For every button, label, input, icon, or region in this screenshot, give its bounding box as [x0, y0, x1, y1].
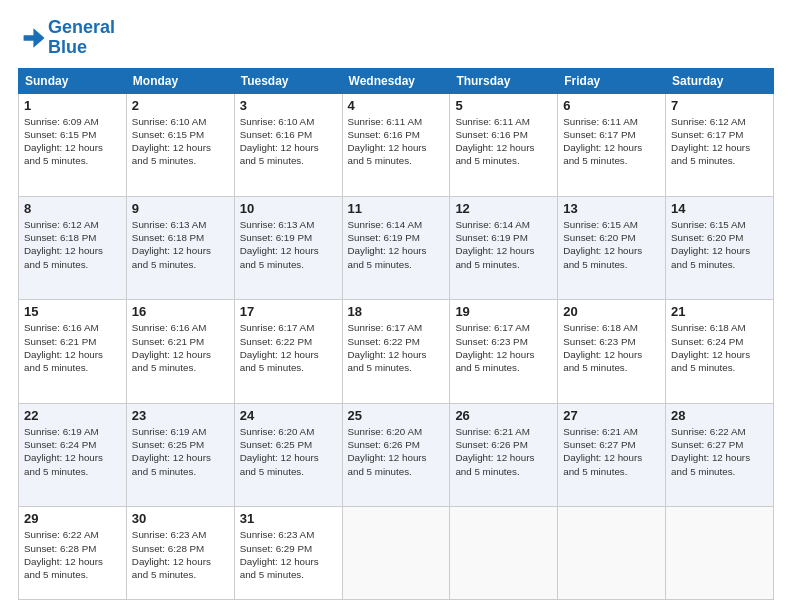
day-number: 16 [132, 304, 229, 319]
calendar-cell: 13 Sunrise: 6:15 AM Sunset: 6:20 PM Dayl… [558, 197, 666, 300]
calendar-cell: 10 Sunrise: 6:13 AM Sunset: 6:19 PM Dayl… [234, 197, 342, 300]
day-number: 17 [240, 304, 337, 319]
calendar-cell: 12 Sunrise: 6:14 AM Sunset: 6:19 PM Dayl… [450, 197, 558, 300]
day-info: Sunrise: 6:14 AM Sunset: 6:19 PM Dayligh… [455, 218, 552, 271]
day-info: Sunrise: 6:11 AM Sunset: 6:17 PM Dayligh… [563, 115, 660, 168]
calendar-cell: 19 Sunrise: 6:17 AM Sunset: 6:23 PM Dayl… [450, 300, 558, 403]
calendar-cell: 30 Sunrise: 6:23 AM Sunset: 6:28 PM Dayl… [126, 507, 234, 600]
day-number: 15 [24, 304, 121, 319]
day-info: Sunrise: 6:16 AM Sunset: 6:21 PM Dayligh… [24, 321, 121, 374]
day-info: Sunrise: 6:11 AM Sunset: 6:16 PM Dayligh… [348, 115, 445, 168]
logo-icon [18, 24, 46, 52]
calendar-week-row: 1 Sunrise: 6:09 AM Sunset: 6:15 PM Dayli… [19, 93, 774, 196]
calendar-cell: 26 Sunrise: 6:21 AM Sunset: 6:26 PM Dayl… [450, 403, 558, 506]
day-info: Sunrise: 6:20 AM Sunset: 6:26 PM Dayligh… [348, 425, 445, 478]
day-number: 11 [348, 201, 445, 216]
calendar-cell: 6 Sunrise: 6:11 AM Sunset: 6:17 PM Dayli… [558, 93, 666, 196]
day-number: 7 [671, 98, 768, 113]
calendar-cell: 27 Sunrise: 6:21 AM Sunset: 6:27 PM Dayl… [558, 403, 666, 506]
calendar-cell [558, 507, 666, 600]
calendar-cell: 2 Sunrise: 6:10 AM Sunset: 6:15 PM Dayli… [126, 93, 234, 196]
weekday-header: Wednesday [342, 68, 450, 93]
day-number: 2 [132, 98, 229, 113]
day-info: Sunrise: 6:15 AM Sunset: 6:20 PM Dayligh… [563, 218, 660, 271]
day-number: 1 [24, 98, 121, 113]
page: General Blue SundayMondayTuesdayWednesda… [0, 0, 792, 612]
calendar-cell: 11 Sunrise: 6:14 AM Sunset: 6:19 PM Dayl… [342, 197, 450, 300]
calendar-cell: 23 Sunrise: 6:19 AM Sunset: 6:25 PM Dayl… [126, 403, 234, 506]
calendar-week-row: 15 Sunrise: 6:16 AM Sunset: 6:21 PM Dayl… [19, 300, 774, 403]
day-info: Sunrise: 6:09 AM Sunset: 6:15 PM Dayligh… [24, 115, 121, 168]
weekday-header: Saturday [666, 68, 774, 93]
calendar-cell: 16 Sunrise: 6:16 AM Sunset: 6:21 PM Dayl… [126, 300, 234, 403]
day-number: 19 [455, 304, 552, 319]
day-number: 8 [24, 201, 121, 216]
calendar-cell: 28 Sunrise: 6:22 AM Sunset: 6:27 PM Dayl… [666, 403, 774, 506]
day-number: 20 [563, 304, 660, 319]
day-info: Sunrise: 6:15 AM Sunset: 6:20 PM Dayligh… [671, 218, 768, 271]
day-info: Sunrise: 6:14 AM Sunset: 6:19 PM Dayligh… [348, 218, 445, 271]
calendar-cell: 5 Sunrise: 6:11 AM Sunset: 6:16 PM Dayli… [450, 93, 558, 196]
day-number: 13 [563, 201, 660, 216]
calendar-cell: 3 Sunrise: 6:10 AM Sunset: 6:16 PM Dayli… [234, 93, 342, 196]
day-info: Sunrise: 6:17 AM Sunset: 6:22 PM Dayligh… [240, 321, 337, 374]
day-number: 23 [132, 408, 229, 423]
day-info: Sunrise: 6:20 AM Sunset: 6:25 PM Dayligh… [240, 425, 337, 478]
day-info: Sunrise: 6:23 AM Sunset: 6:28 PM Dayligh… [132, 528, 229, 581]
calendar-cell: 4 Sunrise: 6:11 AM Sunset: 6:16 PM Dayli… [342, 93, 450, 196]
day-number: 18 [348, 304, 445, 319]
day-number: 5 [455, 98, 552, 113]
day-number: 9 [132, 201, 229, 216]
calendar-cell [450, 507, 558, 600]
day-info: Sunrise: 6:21 AM Sunset: 6:27 PM Dayligh… [563, 425, 660, 478]
calendar-week-row: 22 Sunrise: 6:19 AM Sunset: 6:24 PM Dayl… [19, 403, 774, 506]
day-info: Sunrise: 6:21 AM Sunset: 6:26 PM Dayligh… [455, 425, 552, 478]
calendar-cell: 14 Sunrise: 6:15 AM Sunset: 6:20 PM Dayl… [666, 197, 774, 300]
calendar-cell: 8 Sunrise: 6:12 AM Sunset: 6:18 PM Dayli… [19, 197, 127, 300]
day-number: 3 [240, 98, 337, 113]
day-number: 30 [132, 511, 229, 526]
day-info: Sunrise: 6:22 AM Sunset: 6:27 PM Dayligh… [671, 425, 768, 478]
calendar-cell: 20 Sunrise: 6:18 AM Sunset: 6:23 PM Dayl… [558, 300, 666, 403]
calendar-cell: 17 Sunrise: 6:17 AM Sunset: 6:22 PM Dayl… [234, 300, 342, 403]
calendar-cell: 31 Sunrise: 6:23 AM Sunset: 6:29 PM Dayl… [234, 507, 342, 600]
calendar-cell [342, 507, 450, 600]
calendar-cell: 29 Sunrise: 6:22 AM Sunset: 6:28 PM Dayl… [19, 507, 127, 600]
day-info: Sunrise: 6:19 AM Sunset: 6:24 PM Dayligh… [24, 425, 121, 478]
day-number: 21 [671, 304, 768, 319]
day-info: Sunrise: 6:17 AM Sunset: 6:22 PM Dayligh… [348, 321, 445, 374]
weekday-header: Thursday [450, 68, 558, 93]
calendar-header-row: SundayMondayTuesdayWednesdayThursdayFrid… [19, 68, 774, 93]
day-info: Sunrise: 6:13 AM Sunset: 6:19 PM Dayligh… [240, 218, 337, 271]
day-number: 14 [671, 201, 768, 216]
day-info: Sunrise: 6:18 AM Sunset: 6:23 PM Dayligh… [563, 321, 660, 374]
calendar-cell: 9 Sunrise: 6:13 AM Sunset: 6:18 PM Dayli… [126, 197, 234, 300]
calendar-cell: 21 Sunrise: 6:18 AM Sunset: 6:24 PM Dayl… [666, 300, 774, 403]
calendar-cell: 18 Sunrise: 6:17 AM Sunset: 6:22 PM Dayl… [342, 300, 450, 403]
day-number: 24 [240, 408, 337, 423]
weekday-header: Monday [126, 68, 234, 93]
calendar-cell: 24 Sunrise: 6:20 AM Sunset: 6:25 PM Dayl… [234, 403, 342, 506]
day-info: Sunrise: 6:18 AM Sunset: 6:24 PM Dayligh… [671, 321, 768, 374]
day-info: Sunrise: 6:12 AM Sunset: 6:17 PM Dayligh… [671, 115, 768, 168]
day-number: 12 [455, 201, 552, 216]
header: General Blue [18, 18, 774, 58]
day-info: Sunrise: 6:17 AM Sunset: 6:23 PM Dayligh… [455, 321, 552, 374]
day-info: Sunrise: 6:19 AM Sunset: 6:25 PM Dayligh… [132, 425, 229, 478]
calendar-cell: 22 Sunrise: 6:19 AM Sunset: 6:24 PM Dayl… [19, 403, 127, 506]
day-info: Sunrise: 6:22 AM Sunset: 6:28 PM Dayligh… [24, 528, 121, 581]
day-number: 29 [24, 511, 121, 526]
day-info: Sunrise: 6:16 AM Sunset: 6:21 PM Dayligh… [132, 321, 229, 374]
calendar-table: SundayMondayTuesdayWednesdayThursdayFrid… [18, 68, 774, 600]
day-number: 31 [240, 511, 337, 526]
day-info: Sunrise: 6:23 AM Sunset: 6:29 PM Dayligh… [240, 528, 337, 581]
day-info: Sunrise: 6:10 AM Sunset: 6:15 PM Dayligh… [132, 115, 229, 168]
day-number: 10 [240, 201, 337, 216]
day-info: Sunrise: 6:10 AM Sunset: 6:16 PM Dayligh… [240, 115, 337, 168]
day-number: 22 [24, 408, 121, 423]
day-number: 4 [348, 98, 445, 113]
weekday-header: Friday [558, 68, 666, 93]
calendar-cell: 25 Sunrise: 6:20 AM Sunset: 6:26 PM Dayl… [342, 403, 450, 506]
calendar-cell [666, 507, 774, 600]
calendar-cell: 7 Sunrise: 6:12 AM Sunset: 6:17 PM Dayli… [666, 93, 774, 196]
